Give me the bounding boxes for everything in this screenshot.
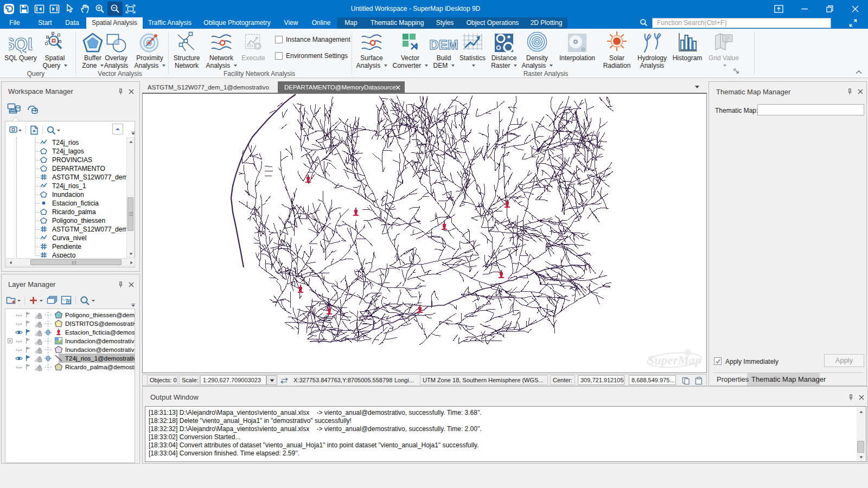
svg-text:SQL: SQL <box>9 35 33 53</box>
svg-text:DEM: DEM <box>430 37 458 52</box>
